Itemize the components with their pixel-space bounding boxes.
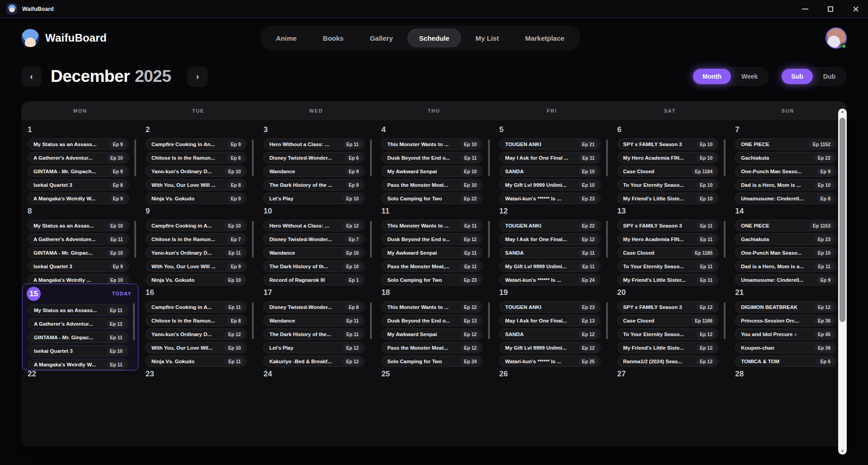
schedule-entry[interactable]: The Dark History of th... Ep 10	[263, 261, 365, 272]
day-cell-5[interactable]: 5 TOUGEN ANKI Ep 21 May I Ask for One Fi…	[493, 120, 611, 204]
schedule-entry[interactable]: May I Ask for One Final... Ep 12	[499, 233, 601, 245]
schedule-entry[interactable]: With You, Our Love Will ... Ep 9	[146, 261, 247, 272]
day-mini-scrollbar[interactable]	[134, 139, 136, 176]
schedule-entry[interactable]: May I Ask for One Final ... Ep 11	[499, 152, 601, 163]
nav-item-marketplace[interactable]: Marketplace	[513, 29, 576, 47]
schedule-entry[interactable]: A Gatherer's Adventur... Ep 12	[28, 318, 128, 329]
schedule-entry[interactable]: This Monster Wants to ... Ep 11	[381, 220, 483, 231]
day-cell-17[interactable]: 17 Disney Twisted-Wonder... Ep 8 Wandanc…	[257, 283, 375, 371]
schedule-entry[interactable]: My Gift Lvl 9999 Unlimi... Ep 11	[499, 261, 601, 272]
schedule-entry[interactable]: My Awkward Senpai Ep 12	[381, 328, 483, 340]
view-toggle-month[interactable]: Month	[693, 69, 731, 84]
day-mini-scrollbar[interactable]	[488, 221, 490, 258]
schedule-entry[interactable]: The Dark History of the ... Ep 9	[263, 179, 365, 190]
schedule-entry[interactable]: Pass the Monster Meat,... Ep 11	[381, 261, 483, 272]
schedule-entry[interactable]: One-Punch Man Seaso... Ep 9	[735, 166, 836, 177]
day-mini-scrollbar[interactable]	[133, 303, 135, 340]
schedule-entry[interactable]: SPY x FAMILY Season 3 Ep 11	[617, 220, 719, 231]
schedule-entry[interactable]: My Gift Lvl 9999 Unlimi... Ep 12	[499, 342, 601, 353]
schedule-entry[interactable]: With You, Our Love Will ... Ep 8	[146, 179, 247, 190]
schedule-entry[interactable]: Chitose Is in the Ramun... Ep 7	[146, 233, 247, 245]
schedule-entry[interactable]: My Status as an Assass... Ep 9	[28, 138, 129, 150]
schedule-entry[interactable]: Wandance Ep 10	[263, 247, 365, 258]
day-cell-27[interactable]: 27	[611, 365, 729, 446]
schedule-entry[interactable]: Hero Without a Class: ... Ep 11	[263, 138, 365, 150]
day-mini-scrollbar[interactable]	[370, 139, 372, 176]
schedule-entry[interactable]: Yano-kun's Ordinary D... Ep 11	[146, 247, 247, 258]
schedule-entry[interactable]: Wandance Ep 9	[263, 166, 365, 177]
day-cell-4[interactable]: 4 This Monster Wants to ... Ep 10 Dusk B…	[375, 120, 493, 204]
day-cell-20[interactable]: 20 SPY x FAMILY Season 3 Ep 12 Case Clos…	[611, 283, 729, 371]
schedule-entry[interactable]: Dusk Beyond the End o... Ep 12	[381, 233, 483, 245]
schedule-entry[interactable]: GINTAMA - Mr. Ginpach... Ep 9	[28, 166, 129, 177]
day-cell-23[interactable]: 23	[139, 365, 257, 446]
nav-item-gallery[interactable]: Gallery	[358, 29, 405, 47]
schedule-entry[interactable]: Case Closed Ep 1186	[617, 315, 719, 326]
schedule-entry[interactable]: Dusk Beyond the End o... Ep 13	[381, 315, 483, 326]
day-mini-scrollbar[interactable]	[252, 221, 254, 258]
schedule-entry[interactable]: TOUGEN ANKI Ep 23	[499, 301, 601, 313]
schedule-entry[interactable]: To Your Eternity Seaso... Ep 11	[617, 261, 719, 272]
schedule-entry[interactable]: Pass the Monster Meat... Ep 10	[381, 179, 483, 190]
schedule-entry[interactable]: ONE PIECE Ep 1152	[735, 138, 836, 150]
day-cell-8[interactable]: 8 My Status as an Assas... Ep 10 A Gathe…	[21, 202, 139, 285]
day-cell-11[interactable]: 11 This Monster Wants to ... Ep 11 Dusk …	[375, 202, 493, 285]
day-cell-1[interactable]: 1 My Status as an Assass... Ep 9 A Gathe…	[21, 120, 139, 204]
schedule-entry[interactable]: With You, Our Love Wil... Ep 10	[146, 342, 247, 353]
page-scrollbar[interactable]: ▲ ▼	[838, 109, 847, 455]
day-mini-scrollbar[interactable]	[370, 221, 372, 258]
day-cell-18[interactable]: 18 This Monster Wants to ... Ep 12 Dusk …	[375, 283, 493, 371]
schedule-entry[interactable]: Isekai Quartet 3 Ep 9	[28, 261, 129, 272]
schedule-entry[interactable]: Wandance Ep 11	[263, 315, 365, 326]
next-month-button[interactable]: ›	[187, 66, 208, 87]
schedule-entry[interactable]: SPY x FAMILY Season 3 Ep 12	[617, 301, 719, 313]
schedule-entry[interactable]: Koupen-chan Ep 38	[735, 342, 836, 353]
schedule-entry[interactable]: Isekai Quartet 3 Ep 10	[28, 345, 128, 356]
day-cell-22[interactable]: 22	[21, 365, 139, 446]
schedule-entry[interactable]: Pass the Monster Meat... Ep 12	[381, 342, 483, 353]
schedule-entry[interactable]: Dad is a Hero, Mom is a... Ep 11	[735, 261, 836, 272]
day-mini-scrollbar[interactable]	[724, 221, 726, 258]
day-mini-scrollbar[interactable]	[606, 302, 608, 339]
schedule-entry[interactable]: Gachiakuta Ep 23	[735, 233, 836, 245]
schedule-entry[interactable]: My Status as an Assass... Ep 11	[28, 304, 128, 316]
view-toggle-week[interactable]: Week	[732, 69, 767, 84]
schedule-entry[interactable]: Campfire Cooking in A... Ep 10	[146, 220, 247, 231]
day-cell-16[interactable]: 16 Campfire Cooking in A... Ep 11 Chitos…	[139, 283, 257, 371]
schedule-entry[interactable]: Campfire Cooking in An... Ep 9	[146, 138, 247, 150]
day-cell-21[interactable]: 21 DIGIMON BEATBREAK Ep 12 Princess-Sess…	[729, 283, 847, 371]
schedule-entry[interactable]: My Hero Academia FIN... Ep 11	[617, 233, 719, 245]
schedule-entry[interactable]: Dad is a Hero, Mom is ... Ep 10	[735, 179, 836, 190]
schedule-entry[interactable]: Yano-kun's Ordinary D... Ep 10	[146, 166, 247, 177]
day-cell-28[interactable]: 28	[729, 365, 847, 446]
schedule-entry[interactable]: Disney Twisted-Wonder... Ep 7	[263, 233, 365, 245]
schedule-entry[interactable]: Case Closed Ep 1184	[617, 166, 719, 177]
day-cell-6[interactable]: 6 SPY x FAMILY Season 3 Ep 10 My Hero Ac…	[611, 120, 729, 204]
day-mini-scrollbar[interactable]	[252, 302, 254, 339]
day-cell-15[interactable]: 15 My Status as an Assass... Ep 11 A Gat…	[22, 284, 138, 370]
scroll-up-arrow-icon[interactable]: ▲	[841, 109, 844, 115]
day-mini-scrollbar[interactable]	[724, 139, 726, 176]
schedule-entry[interactable]: TOUGEN ANKI Ep 22	[499, 220, 601, 231]
day-cell-14[interactable]: 14 ONE PIECE Ep 1153 Gachiakuta Ep 23 On…	[729, 202, 847, 285]
schedule-entry[interactable]: GINTAMA - Mr. Ginpac... Ep 10	[28, 247, 129, 258]
schedule-entry[interactable]: My Status as an Assas... Ep 10	[28, 220, 129, 231]
day-cell-25[interactable]: 25	[375, 365, 493, 446]
schedule-entry[interactable]: My Hero Academia FIN... Ep 10	[617, 152, 719, 163]
audio-toggle-sub[interactable]: Sub	[782, 69, 812, 84]
schedule-entry[interactable]: Let's Play Ep 12	[263, 342, 365, 353]
schedule-entry[interactable]: Chitose Is in the Ramun... Ep 8	[146, 315, 247, 326]
day-cell-26[interactable]: 26	[493, 365, 611, 446]
schedule-entry[interactable]: You and Idol Precure ♪ Ep 45	[735, 328, 836, 340]
schedule-entry[interactable]: Campfire Cooking in A... Ep 11	[146, 301, 247, 313]
schedule-entry[interactable]: SANDA Ep 12	[499, 328, 601, 340]
schedule-entry[interactable]: ONE PIECE Ep 1153	[735, 220, 836, 231]
audio-toggle-dub[interactable]: Dub	[814, 69, 845, 84]
day-cell-12[interactable]: 12 TOUGEN ANKI Ep 22 May I Ask for One F…	[493, 202, 611, 285]
schedule-entry[interactable]: Disney Twisted-Wonder... Ep 6	[263, 152, 365, 163]
schedule-entry[interactable]: This Monster Wants to ... Ep 12	[381, 301, 483, 313]
schedule-entry[interactable]: The Dark History of the... Ep 11	[263, 328, 365, 340]
maximize-button[interactable]	[823, 3, 838, 15]
day-cell-13[interactable]: 13 SPY x FAMILY Season 3 Ep 11 My Hero A…	[611, 202, 729, 285]
minimize-button[interactable]	[797, 3, 813, 15]
